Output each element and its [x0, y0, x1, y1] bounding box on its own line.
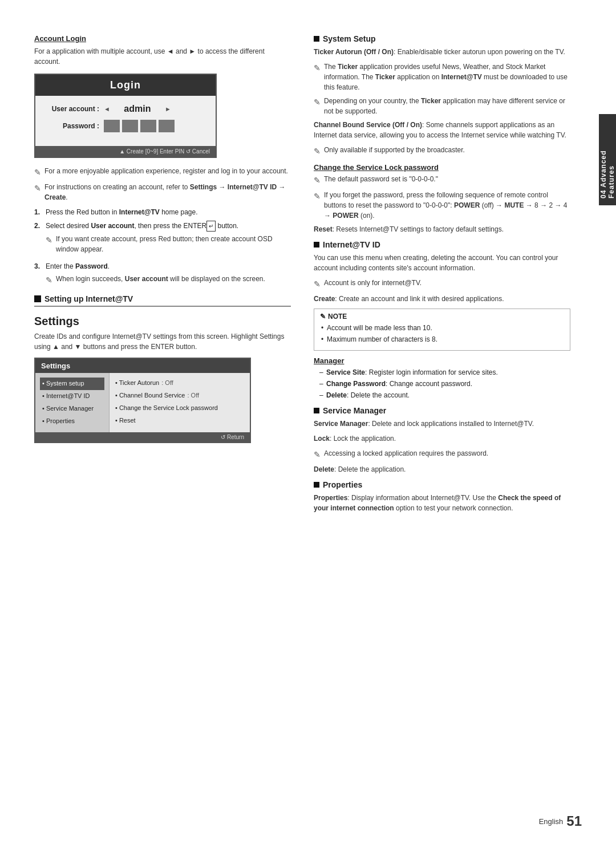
internet-tv-id-heading: Internet@TV ID: [314, 240, 570, 249]
right-column: System Setup Ticker Autorun (Off / On): …: [314, 34, 570, 818]
footer-text: English: [539, 817, 564, 826]
enter-icon-1: ↵: [206, 221, 216, 232]
note-icon-2: ✎: [34, 182, 41, 202]
manager-item-2: Change Password: Change account password…: [319, 379, 570, 389]
change-lock-label: • Change the Service Lock password: [115, 403, 218, 414]
step-1: 1. Press the Red button in Internet@TV h…: [34, 207, 291, 217]
service-manager-section: Service Manager Service Manager: Delete …: [314, 406, 570, 474]
note-icon-10: ✎: [314, 278, 321, 290]
channel-bound-note: ✎ Only available if supported by the bro…: [314, 145, 570, 157]
ticker-autorun-item: • Ticker Autorun : Off: [115, 378, 244, 389]
channel-bound-note-text: Only available if supported by the broad…: [324, 145, 465, 157]
note-icon-4: ✎: [46, 274, 52, 286]
step-3-note: ✎ When login succeeds, User account will…: [46, 274, 265, 286]
step-3-num: 3.: [34, 261, 42, 271]
lock-desc: Lock: Lock the application.: [314, 433, 570, 444]
step-1-text: Press the Red button in Internet@TV home…: [46, 207, 198, 217]
settings-left-menu: • System setup • Internet@TV ID • Servic…: [35, 373, 110, 432]
password-dots: [104, 120, 175, 132]
service-manager-heading: Service Manager: [314, 406, 570, 415]
step-2-text: Select desired User account, then press …: [46, 221, 238, 232]
properties-heading: Properties: [314, 480, 570, 489]
menu-item-service-manager: • Service Manager: [40, 403, 104, 415]
black-square-icon: [34, 295, 41, 302]
login-dialog-footer: ▲ Create [0~9] Enter PIN ↺ Cancel: [35, 146, 216, 157]
settings-dialog-body: • System setup • Internet@TV ID • Servic…: [35, 373, 250, 432]
lock-note-3-text: Accessing a locked application requires …: [324, 448, 488, 461]
settings-dialog-title: Settings: [35, 359, 250, 373]
account-note-2-text: For instructions on creating an account,…: [44, 182, 291, 202]
menu-item-properties: • Properties: [40, 415, 104, 428]
service-manager-desc: Service Manager: Delete and lock applica…: [314, 419, 570, 429]
ticker-autorun-value: : Off: [161, 378, 173, 389]
internet-tv-id-square-icon: [314, 242, 319, 248]
page-footer: English 51: [539, 813, 582, 829]
change-lock-item: • Change the Service Lock password: [115, 403, 244, 414]
password-dot-2: [122, 120, 138, 132]
create-desc: Create: Create an account and link it wi…: [314, 294, 570, 304]
account-note-1-text: For a more enjoyable application experie…: [44, 166, 288, 178]
note-icon-7: ✎: [314, 145, 321, 157]
note-box-item-1: Account will be made less than 10.: [320, 323, 564, 333]
note-box: ✎ NOTE Account will be made less than 10…: [314, 309, 570, 351]
properties-heading-text: Properties: [323, 480, 362, 489]
note-box-item-2: Maximum number of characters is 8.: [320, 334, 564, 344]
channel-bound-desc: Channel Bound Service (Off / On): Some c…: [314, 120, 570, 140]
step-2-num: 2.: [34, 221, 42, 232]
properties-desc: Properties: Display information about In…: [314, 493, 570, 513]
account-note-2: ✎ For instructions on creating an accoun…: [34, 182, 291, 202]
note-icon-11: ✎: [320, 313, 326, 320]
note-box-list: Account will be made less than 10. Maxim…: [320, 323, 564, 344]
account-login-body: For a application with multiple account,…: [34, 46, 291, 67]
channel-bound-label: • Channel Bound Service: [115, 390, 185, 401]
user-account-row: User account : ◄ admin ►: [47, 104, 204, 114]
service-manager-square-icon: [314, 408, 319, 413]
left-arrow-icon: ◄: [104, 106, 110, 112]
system-setup-section: System Setup Ticker Autorun (Off / On): …: [314, 34, 570, 234]
delete-desc: Delete: Delete the application.: [314, 464, 570, 474]
ticker-note-1: ✎ The Ticker application provides useful…: [314, 62, 570, 92]
password-row: Password :: [47, 120, 204, 132]
login-dialog-title: Login: [35, 75, 216, 96]
reset-item: • Reset: [115, 415, 244, 427]
login-dialog: Login User account : ◄ admin ► Password …: [34, 74, 217, 158]
note-icon-6: ✎: [314, 96, 321, 116]
steps-list: 1. Press the Red button in Internet@TV h…: [34, 207, 291, 290]
change-lock-subtitle: Change the Service Lock password: [314, 163, 570, 172]
system-setup-heading-text: System Setup: [323, 34, 376, 43]
lock-note-2: ✎ If you forget the password, press the …: [314, 190, 570, 221]
system-setup-square-icon: [314, 36, 319, 42]
user-account-value: ◄ admin ►: [104, 104, 171, 114]
note-box-title-text: NOTE: [328, 313, 347, 320]
reset-desc: Reset: Resets Internet@TV settings to fa…: [314, 224, 570, 234]
note-icon-12: ✎: [314, 449, 321, 461]
menu-item-internet-tv-id: • Internet@TV ID: [40, 390, 104, 403]
account-login-section: Account Login For a application with mul…: [34, 34, 291, 290]
menu-item-system-setup: • System setup: [40, 378, 104, 390]
properties-square-icon: [314, 482, 319, 488]
setting-up-heading: Setting up Internet@TV: [44, 294, 133, 303]
system-setup-heading: System Setup: [314, 34, 570, 43]
settings-main-title: Settings: [34, 315, 291, 328]
left-column: Account Login For a application with mul…: [34, 34, 291, 818]
password-dot-3: [140, 120, 156, 132]
password-dot-4: [159, 120, 175, 132]
right-arrow-icon: ►: [165, 106, 171, 112]
internet-tv-id-note-text: Account is only for internet@TV.: [324, 278, 422, 290]
step-3-note-text: When login succeeds, User account will b…: [56, 274, 265, 286]
settings-dialog-footer: ↺ Return: [35, 432, 250, 442]
setting-up-heading-bar: Setting up Internet@TV: [34, 294, 291, 307]
password-dot-1: [104, 120, 120, 132]
step-3-text: Enter the Password.: [46, 261, 110, 271]
settings-desc: Create IDs and configure Internet@TV set…: [34, 331, 291, 352]
step-1-num: 1.: [34, 207, 42, 217]
note-box-title: ✎ NOTE: [320, 313, 564, 320]
side-tab: 04 Advanced Features: [599, 114, 616, 205]
service-manager-heading-text: Service Manager: [323, 406, 386, 415]
ticker-note-2: ✎ Depending on your country, the Ticker …: [314, 96, 570, 116]
account-note-1: ✎ For a more enjoyable application exper…: [34, 166, 291, 178]
properties-section: Properties Properties: Display informati…: [314, 480, 570, 513]
settings-dialog: Settings • System setup • Internet@TV ID…: [34, 358, 251, 443]
note-icon-5: ✎: [314, 62, 321, 92]
user-account-label: User account :: [47, 105, 104, 113]
